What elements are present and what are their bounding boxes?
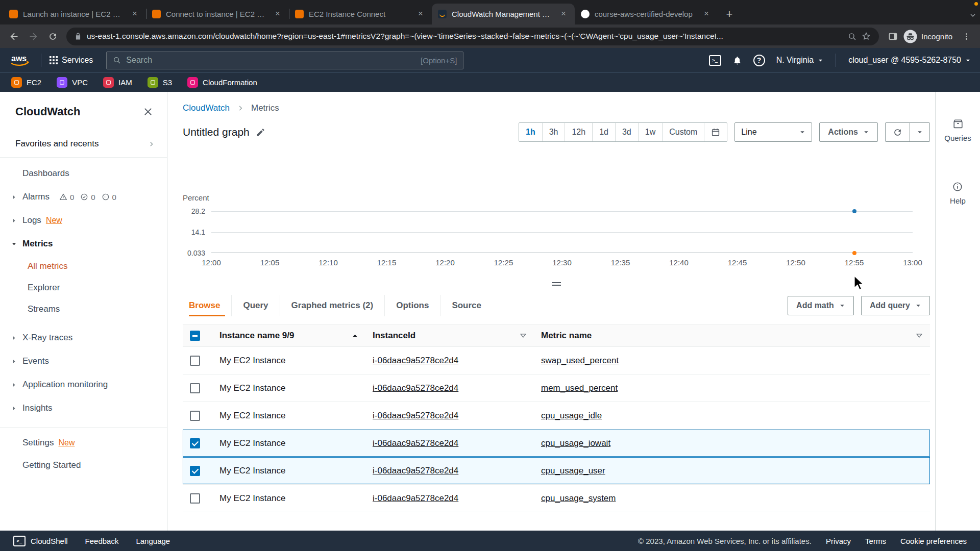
sidebar-close-icon[interactable] (143, 107, 153, 116)
instance-id-link[interactable]: i-06daac9a5278ce2d4 (373, 493, 458, 504)
table-row[interactable]: My EC2 Instance i-06daac9a5278ce2d4 mem_… (183, 374, 930, 402)
new-badge[interactable]: New (58, 438, 75, 447)
row-checkbox[interactable] (190, 356, 200, 366)
tab-close-icon[interactable]: × (130, 9, 140, 19)
tab-graphed-metrics[interactable]: Graphed metrics (2) (280, 295, 385, 316)
cloudshell-icon[interactable]: >_ (709, 55, 721, 66)
browser-tab-active[interactable]: CloudWatch Management Con × (432, 4, 575, 24)
new-badge[interactable]: New (46, 216, 62, 225)
sidebar-item-all-metrics[interactable]: All metrics (0, 256, 167, 277)
tab-query[interactable]: Query (231, 295, 279, 316)
footer-cloudshell[interactable]: >_ CloudShell (13, 536, 68, 546)
metric-name-link[interactable]: cpu_usage_iowait (541, 438, 610, 448)
sidebar-item-events[interactable]: Events (0, 349, 167, 373)
footer-terms[interactable]: Terms (865, 537, 886, 545)
bookmark-star-icon[interactable] (862, 32, 871, 41)
metric-name-link[interactable]: cpu_usage_system (541, 493, 616, 504)
menu-kebab-icon[interactable] (958, 28, 975, 45)
tab-close-icon[interactable]: × (558, 9, 569, 19)
help-panel-toggle[interactable]: Help (950, 181, 966, 205)
sort-ascending-icon[interactable] (352, 333, 358, 339)
column-instance-name[interactable]: Instance name 9/9 (219, 331, 294, 341)
sidebar-item-explorer[interactable]: Explorer (0, 277, 167, 298)
help-question-icon[interactable]: ? (753, 55, 765, 66)
column-instance-id[interactable]: InstanceId (373, 331, 415, 341)
refresh-button[interactable] (886, 123, 910, 141)
filter-icon[interactable] (916, 332, 923, 339)
side-panel-icon[interactable] (884, 28, 901, 45)
tab-close-icon[interactable]: × (701, 9, 712, 19)
sidebar-item-metrics[interactable]: Metrics (0, 232, 167, 256)
graph-resize-handle[interactable] (541, 280, 572, 288)
table-row[interactable]: My EC2 Instance i-06daac9a5278ce2d4 cpu_… (183, 402, 930, 430)
browser-tab-1[interactable]: Launch an instance | EC2 Man × (3, 4, 146, 24)
time-range-1h[interactable]: 1h (519, 123, 542, 141)
tab-options[interactable]: Options (384, 295, 440, 316)
footer-language[interactable]: Language (136, 537, 170, 545)
services-menu[interactable]: Services (50, 56, 93, 65)
sidebar-item-settings[interactable]: Settings New (0, 432, 167, 454)
row-checkbox[interactable] (190, 493, 200, 504)
table-row[interactable]: My EC2 Instance i-06daac9a5278ce2d4 cpu_… (183, 430, 930, 457)
sidebar-item-xray-traces[interactable]: X-Ray traces (0, 326, 167, 349)
time-range-12h[interactable]: 12h (565, 123, 592, 141)
table-row[interactable]: My EC2 Instance i-06daac9a5278ce2d4 cpu_… (183, 485, 930, 512)
metric-name-link[interactable]: cpu_usage_idle (541, 411, 602, 421)
favorites-bar-item-vpc[interactable]: VPC (57, 77, 88, 88)
back-button[interactable] (5, 28, 22, 45)
zoom-icon[interactable] (848, 32, 856, 41)
refresh-options-caret[interactable] (910, 123, 929, 141)
account-menu[interactable]: cloud_user @ 4595-5262-8750 (848, 56, 971, 65)
browser-tab-3[interactable]: EC2 Instance Connect × (289, 4, 432, 24)
favorites-bar-item-iam[interactable]: IAM (103, 77, 132, 88)
reload-button[interactable] (44, 28, 61, 45)
sidebar-item-alarms[interactable]: Alarms 0 0 0 (0, 185, 167, 209)
time-range-custom[interactable]: Custom (662, 123, 704, 141)
favorites-bar-item-s3[interactable]: S3 (148, 77, 172, 88)
actions-button[interactable]: Actions (819, 122, 878, 142)
time-range-1w[interactable]: 1w (638, 123, 662, 141)
queries-panel-toggle[interactable]: Queries (944, 118, 971, 142)
sidebar-item-application-monitoring[interactable]: Application monitoring (0, 373, 167, 396)
metric-name-link[interactable]: cpu_usage_user (541, 466, 605, 476)
footer-cookie-preferences[interactable]: Cookie preferences (900, 537, 967, 545)
breadcrumb-cloudwatch[interactable]: CloudWatch (183, 103, 230, 113)
tab-close-icon[interactable]: × (273, 9, 283, 19)
incognito-avatar-icon[interactable] (903, 30, 917, 43)
forward-button[interactable] (24, 28, 42, 45)
row-checkbox[interactable] (190, 383, 200, 393)
metric-name-link[interactable]: mem_used_percent (541, 383, 618, 393)
instance-id-link[interactable]: i-06daac9a5278ce2d4 (373, 356, 458, 366)
favorites-bar-item-ec2[interactable]: EC2 (11, 77, 41, 88)
table-row[interactable]: My EC2 Instance i-06daac9a5278ce2d4 cpu_… (183, 457, 930, 485)
select-all-checkbox[interactable] (190, 331, 200, 341)
filter-icon[interactable] (520, 332, 527, 339)
tab-source[interactable]: Source (440, 295, 493, 316)
time-range-3h[interactable]: 3h (542, 123, 565, 141)
browser-tab-5[interactable]: course-aws-certified-develop × (575, 4, 718, 24)
time-range-3d[interactable]: 3d (615, 123, 638, 141)
add-query-button[interactable]: Add query (861, 296, 930, 315)
sidebar-item-streams[interactable]: Streams (0, 298, 167, 320)
time-range-1d[interactable]: 1d (592, 123, 615, 141)
edit-pencil-icon[interactable] (256, 128, 265, 137)
tab-browse[interactable]: Browse (183, 295, 231, 316)
sidebar-item-logs[interactable]: Logs New (0, 209, 167, 232)
console-search-input[interactable]: Search [Option+S] (106, 52, 463, 69)
chart-plot[interactable]: 28.2 14.1 0.033 (211, 211, 913, 253)
sidebar-item-getting-started[interactable]: Getting Started (0, 454, 167, 477)
column-metric-name[interactable]: Metric name (541, 331, 592, 341)
footer-feedback[interactable]: Feedback (85, 537, 119, 545)
new-tab-button[interactable]: + (722, 7, 737, 22)
address-bar[interactable]: us-east-1.console.aws.amazon.com/cloudwa… (66, 28, 879, 45)
tab-search-chevron-icon[interactable] (969, 11, 977, 19)
row-checkbox[interactable] (190, 466, 200, 476)
add-math-button[interactable]: Add math (788, 296, 854, 315)
instance-id-link[interactable]: i-06daac9a5278ce2d4 (373, 411, 458, 421)
region-selector[interactable]: N. Virginia (776, 56, 824, 65)
instance-id-link[interactable]: i-06daac9a5278ce2d4 (373, 466, 458, 476)
sidebar-favorites-recents[interactable]: Favorites and recents (0, 134, 167, 154)
calendar-icon[interactable] (704, 123, 727, 141)
sidebar-item-insights[interactable]: Insights (0, 396, 167, 420)
tab-close-icon[interactable]: × (415, 9, 426, 19)
